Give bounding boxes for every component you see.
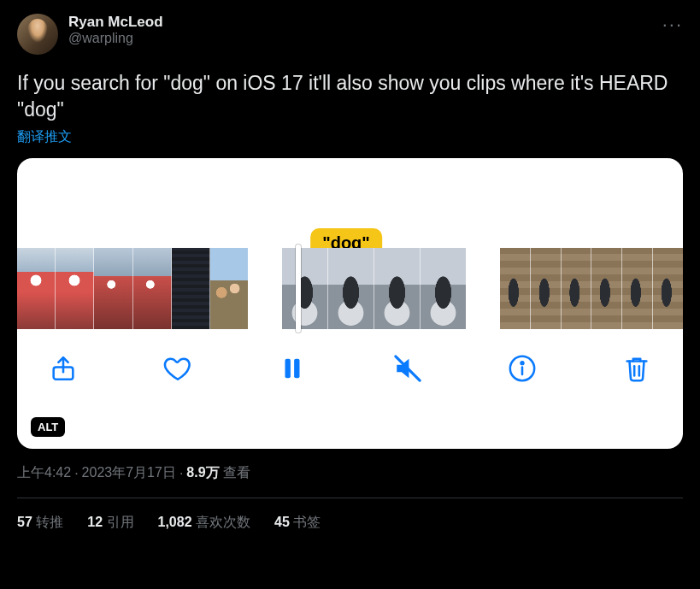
timeline-frame	[282, 248, 328, 329]
stat-label: 转推	[36, 515, 63, 529]
tweet: Ryan McLeod @warpling ··· If you search …	[0, 0, 700, 532]
stat-retweets[interactable]: 57 转推	[17, 514, 63, 532]
pause-icon[interactable]	[277, 353, 308, 384]
tweet-date[interactable]: 2023年7月17日	[82, 464, 176, 482]
trash-icon[interactable]	[621, 353, 652, 384]
timeline-frame	[653, 248, 683, 329]
timeline-frame	[328, 248, 374, 329]
timeline-frame	[17, 248, 56, 329]
svg-point-6	[521, 362, 523, 364]
stat-label: 引用	[107, 515, 134, 529]
timeline-frame	[562, 248, 592, 329]
meta-dot: ·	[74, 466, 78, 481]
timeline-frame	[622, 248, 653, 329]
tweet-body: If you search for "dog" on iOS 17 it'll …	[17, 70, 683, 123]
timeline-frame	[94, 248, 132, 329]
views-label: 查看	[223, 464, 250, 482]
stat-likes[interactable]: 1,082 喜欢次数	[158, 514, 251, 532]
stat-bookmarks[interactable]: 45 书签	[274, 514, 321, 532]
stat-count: 1,082	[158, 515, 192, 529]
user-handle: @warpling	[68, 31, 683, 46]
timeline-frame	[531, 248, 562, 329]
timeline-frame	[421, 248, 466, 329]
clip-group[interactable]	[500, 248, 683, 329]
timeline-frame	[374, 248, 421, 329]
info-icon[interactable]	[507, 353, 538, 384]
timeline-frame	[56, 248, 94, 329]
clip-group[interactable]	[17, 248, 248, 329]
stat-count: 57	[17, 515, 32, 529]
video-timeline[interactable]	[17, 248, 683, 329]
stat-label: 书签	[293, 515, 321, 529]
timeline-frame	[172, 248, 210, 329]
media-toolbar	[17, 329, 683, 408]
alt-badge[interactable]: ALT	[31, 417, 65, 437]
avatar[interactable]	[17, 14, 58, 55]
display-name: Ryan McLeod	[68, 14, 683, 31]
views-count: 8.9万	[186, 464, 219, 482]
tweet-time[interactable]: 上午4:42	[17, 464, 71, 482]
timeline-frame	[500, 248, 531, 329]
meta-dot: ·	[179, 466, 183, 481]
share-icon[interactable]	[48, 353, 79, 384]
timeline-frame	[591, 248, 622, 329]
heart-icon[interactable]	[162, 353, 193, 384]
stat-label: 喜欢次数	[196, 515, 250, 529]
stat-count: 12	[87, 515, 103, 529]
svg-rect-2	[295, 359, 300, 379]
clip-group[interactable]	[282, 248, 466, 329]
mute-icon[interactable]	[392, 353, 423, 384]
timeline-frame	[133, 248, 172, 329]
stat-quotes[interactable]: 12 引用	[87, 514, 133, 532]
playhead[interactable]	[296, 244, 301, 333]
timeline-frame	[210, 248, 248, 329]
svg-rect-1	[285, 359, 291, 379]
media-attachment[interactable]: "dog"	[17, 158, 683, 449]
user-names[interactable]: Ryan McLeod @warpling	[68, 14, 683, 46]
tweet-meta: 上午4:42 · 2023年7月17日 · 8.9万 查看	[17, 464, 683, 482]
stat-count: 45	[274, 515, 290, 529]
translate-link[interactable]: 翻译推文	[17, 128, 683, 146]
more-icon[interactable]: ···	[662, 14, 683, 36]
tweet-header: Ryan McLeod @warpling ···	[17, 14, 683, 55]
tweet-stats: 57 转推 12 引用 1,082 喜欢次数 45 书签	[17, 498, 683, 532]
